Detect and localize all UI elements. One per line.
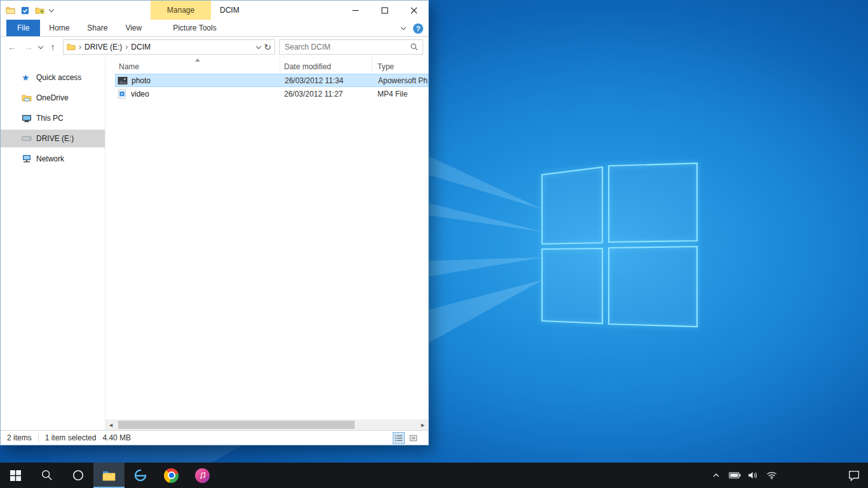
- sidebar-item-onedrive[interactable]: OneDrive: [1, 89, 105, 107]
- breadcrumb-folder[interactable]: DCIM: [131, 43, 151, 51]
- scrollbar-track[interactable]: [116, 419, 417, 430]
- search-icon[interactable]: [410, 43, 419, 51]
- taskbar: [0, 463, 868, 488]
- file-explorer-window: Manage DCIM File Home Share View Picture…: [0, 0, 429, 445]
- column-headers: Name Date modified Type: [115, 57, 428, 74]
- computer-icon: [22, 113, 32, 123]
- search-box[interactable]: [279, 39, 423, 55]
- sidebar-item-label: Quick access: [36, 73, 81, 82]
- navigation-pane: ★ Quick access OneDrive This PC: [1, 57, 105, 430]
- hidden-icons-chevron-icon[interactable]: [710, 469, 722, 482]
- window-title: DCIM: [220, 1, 240, 20]
- tab-home[interactable]: Home: [40, 20, 78, 36]
- caption-buttons: [341, 1, 428, 20]
- battery-icon[interactable]: [728, 469, 741, 482]
- sidebar-item-label: This PC: [36, 114, 64, 123]
- file-row-video[interactable]: video 26/03/2012 11:27 MP4 File: [115, 87, 428, 100]
- forward-button[interactable]: →: [22, 42, 35, 52]
- quick-access-star-icon: ★: [22, 72, 32, 83]
- sidebar-item-drive-e[interactable]: DRIVE (E:): [1, 130, 105, 147]
- minimize-button[interactable]: [341, 1, 370, 20]
- maximize-button[interactable]: [370, 1, 399, 20]
- desktop: Manage DCIM File Home Share View Picture…: [0, 0, 868, 488]
- network-wifi-icon[interactable]: [765, 469, 778, 482]
- sidebar-item-label: OneDrive: [36, 93, 69, 102]
- selection-count: 1 item selected: [45, 433, 97, 442]
- title-bar: Manage DCIM: [1, 1, 428, 20]
- sidebar-item-quick-access[interactable]: ★ Quick access: [1, 69, 105, 86]
- up-button[interactable]: ↑: [46, 42, 59, 52]
- search-input[interactable]: [283, 42, 410, 52]
- large-icons-view-button[interactable]: [407, 432, 419, 444]
- breadcrumb-drive[interactable]: DRIVE (E:): [85, 43, 122, 51]
- file-rows: photo 26/03/2012 11:34 Apowersoft Pho vi…: [115, 74, 428, 100]
- selection-size: 4.40 MB: [102, 433, 131, 442]
- start-button[interactable]: [0, 463, 31, 488]
- help-icon[interactable]: ?: [413, 24, 423, 34]
- ribbon-tabs: File Home Share View Picture Tools ?: [1, 20, 428, 37]
- back-button[interactable]: ←: [6, 42, 18, 52]
- column-header-type[interactable]: Type: [372, 57, 428, 74]
- file-date-modified: 26/03/2012 11:34: [281, 76, 373, 85]
- itunes-icon[interactable]: [187, 463, 218, 488]
- file-name: video: [131, 90, 149, 98]
- onedrive-icon: [22, 93, 32, 103]
- tab-picture-tools[interactable]: Picture Tools: [164, 20, 225, 36]
- action-center-icon[interactable]: [848, 463, 860, 488]
- qat-new-folder-icon[interactable]: [35, 6, 44, 15]
- file-type: MP4 File: [372, 90, 428, 98]
- recent-locations-icon[interactable]: [38, 43, 43, 48]
- file-type: Apowersoft Pho: [373, 76, 428, 85]
- items-count: 2 items: [7, 433, 32, 442]
- video-file-icon: [117, 89, 127, 99]
- file-date-modified: 26/03/2012 11:27: [280, 90, 372, 98]
- system-tray: [710, 463, 778, 488]
- address-bar[interactable]: › DRIVE (E:) › DCIM ↻: [63, 39, 275, 55]
- scrollbar-thumb[interactable]: [118, 421, 355, 429]
- scroll-right-icon[interactable]: ►: [417, 419, 428, 430]
- qat-properties-icon[interactable]: [20, 6, 30, 15]
- location-folder-icon: [67, 43, 76, 51]
- details-view-button[interactable]: [393, 432, 405, 444]
- cortana-icon[interactable]: [62, 463, 93, 488]
- address-row: ← → ↑ › DRIVE (E:) › DCIM ↻: [1, 37, 428, 57]
- scroll-left-icon[interactable]: ◄: [105, 419, 116, 430]
- drive-icon: [22, 133, 32, 144]
- tab-share[interactable]: Share: [78, 20, 116, 36]
- breadcrumb-chevron: ›: [79, 43, 81, 51]
- status-divider: [38, 433, 39, 442]
- sidebar-item-network[interactable]: Network: [1, 150, 105, 168]
- sidebar-item-label: DRIVE (E:): [36, 134, 74, 143]
- volume-icon[interactable]: [747, 469, 759, 482]
- refresh-icon[interactable]: ↻: [264, 42, 271, 52]
- address-dropdown-icon[interactable]: [256, 43, 261, 48]
- column-header-date-modified[interactable]: Date modified: [280, 57, 372, 74]
- manage-contextual-group[interactable]: Manage: [151, 1, 211, 20]
- tab-file[interactable]: File: [6, 20, 40, 36]
- file-row-photo[interactable]: photo 26/03/2012 11:34 Apowersoft Pho: [115, 74, 428, 87]
- sidebar-item-this-pc[interactable]: This PC: [1, 109, 105, 127]
- horizontal-scrollbar[interactable]: ◄ ►: [105, 419, 428, 430]
- sidebar-item-label: Network: [36, 154, 64, 163]
- photo-file-icon: [118, 76, 128, 86]
- explorer-app-icon: [6, 6, 15, 15]
- tab-view[interactable]: View: [116, 20, 151, 36]
- chrome-icon[interactable]: [156, 463, 187, 488]
- sort-ascending-icon: [195, 58, 200, 62]
- taskbar-file-explorer-icon[interactable]: [93, 463, 125, 488]
- explorer-main: ★ Quick access OneDrive This PC: [1, 57, 428, 430]
- qat-customize-icon[interactable]: [49, 6, 54, 11]
- breadcrumb-chevron: ›: [125, 43, 128, 51]
- taskbar-search-icon[interactable]: [31, 463, 62, 488]
- file-name: photo: [132, 76, 151, 85]
- status-bar: 2 items 1 item selected 4.40 MB: [1, 430, 428, 445]
- close-button[interactable]: [399, 1, 428, 20]
- file-list-pane: Name Date modified Type photo 26/03/2012…: [105, 57, 428, 430]
- expand-ribbon-icon[interactable]: [401, 25, 406, 30]
- network-icon: [22, 154, 32, 164]
- quick-access-toolbar: [6, 1, 53, 20]
- internet-explorer-icon[interactable]: [125, 463, 156, 488]
